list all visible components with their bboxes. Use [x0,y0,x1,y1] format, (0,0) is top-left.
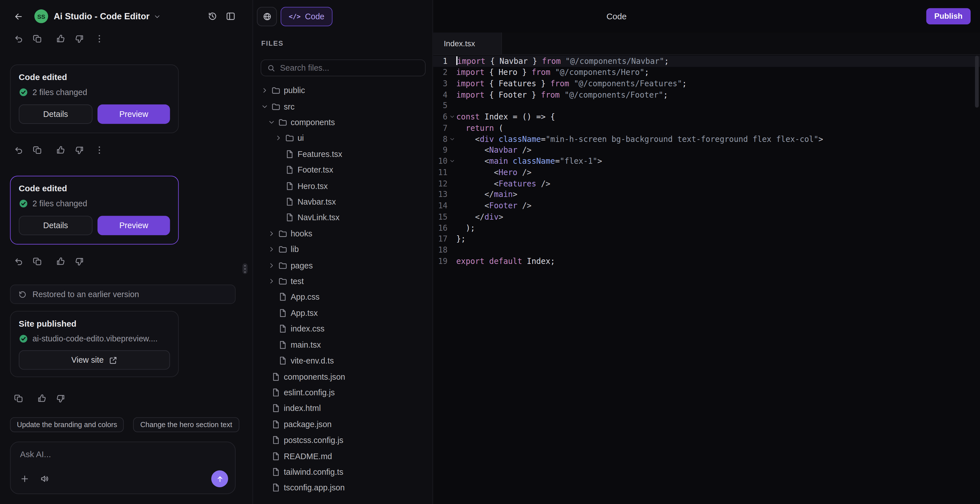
tree-folder-test[interactable]: test [253,273,433,289]
tree-file-NavLink.tsx[interactable]: NavLink.tsx [253,210,433,226]
code-line-6[interactable]: 6const Index = () => { [433,111,980,122]
code-line-12[interactable]: 12 <Features /> [433,178,980,189]
undo-icon[interactable] [14,257,24,266]
code-line-3[interactable]: 3import { Features } from "@/components/… [433,78,980,89]
back-icon[interactable] [14,12,23,21]
chevron-down-icon[interactable] [261,103,271,110]
code-line-1[interactable]: 1import { Navbar } from "@/components/Na… [433,56,980,67]
tree-file-Hero.tsx[interactable]: Hero.tsx [253,178,433,194]
chevron-right-icon[interactable] [268,278,278,285]
code-line-16[interactable]: 16 ); [433,222,980,233]
tree-folder-public[interactable]: public [253,83,433,99]
editor-scrollbar[interactable] [975,56,978,108]
copy-icon[interactable] [14,393,24,403]
tree-folder-lib[interactable]: lib [253,241,433,257]
tree-file-Navbar.tsx[interactable]: Navbar.tsx [253,194,433,210]
thumbs-up-icon[interactable] [56,145,65,155]
thumbs-up-icon[interactable] [56,34,65,44]
tree-file-tsconfig.app.json[interactable]: tsconfig.app.json [253,480,433,496]
suggestion-chip-hero-text[interactable]: Change the hero section text [134,417,239,432]
code-view-button[interactable]: </> Code [281,6,332,26]
publish-button[interactable]: Publish [926,8,970,24]
thumbs-down-icon[interactable] [74,145,84,155]
code-line-15[interactable]: 15 </div> [433,211,980,222]
view-site-button[interactable]: View site [19,350,170,370]
chevron-right-icon[interactable] [275,135,285,142]
tree-folder-hooks[interactable]: hooks [253,226,433,241]
fold-chevron-icon[interactable] [447,114,456,120]
tree-file-package.json[interactable]: package.json [253,416,433,432]
code-line-9[interactable]: 9 <Navbar /> [433,144,980,156]
fold-chevron-icon[interactable] [447,136,456,142]
code-line-19[interactable]: 19export default Index; [433,255,980,266]
code-line-7[interactable]: 7 return ( [433,122,980,133]
suggestion-chip-branding[interactable]: Update the branding and colors [10,417,124,432]
tree-file-Features.tsx[interactable]: Features.tsx [253,146,433,162]
tree-folder-components[interactable]: components [253,114,433,130]
code-line-14[interactable]: 14 <Footer /> [433,200,980,211]
tree-file-vite-env.d.ts[interactable]: vite-env.d.ts [253,353,433,368]
send-button[interactable] [211,470,228,487]
tree-file-README.md[interactable]: README.md [253,448,433,464]
tab-index-tsx[interactable]: Index.tsx [433,33,502,54]
chevron-down-icon[interactable] [268,119,278,126]
kebab-icon[interactable] [94,145,104,155]
tree-file-index.css[interactable]: index.css [253,321,433,337]
tree-file-main.tsx[interactable]: main.tsx [253,337,433,353]
tree-file-App.css[interactable]: App.css [253,289,433,305]
copy-icon[interactable] [33,34,43,44]
file-search[interactable] [261,59,426,77]
published-url[interactable]: ai-studio-code-edito.vibepreview.... [33,334,158,343]
chevron-right-icon[interactable] [268,230,278,237]
globe-button[interactable] [257,6,277,26]
undo-icon[interactable] [14,34,24,44]
preview-button[interactable]: Preview [97,104,170,124]
tree-file-index.html[interactable]: index.html [253,400,433,416]
undo-icon[interactable] [14,145,24,155]
tree-file-App.tsx[interactable]: App.tsx [253,305,433,321]
details-button[interactable]: Details [19,104,92,124]
code-line-13[interactable]: 13 </main> [433,189,980,200]
tree-folder-pages[interactable]: pages [253,257,433,273]
copy-icon[interactable] [33,145,43,155]
tree-file-Footer.tsx[interactable]: Footer.tsx [253,162,433,178]
ask-ai-input[interactable] [20,450,226,465]
tree-file-tailwind.config.ts[interactable]: tailwind.config.ts [253,464,433,480]
kebab-icon[interactable] [94,34,104,44]
preview-button[interactable]: Preview [97,216,170,235]
code-line-8[interactable]: 8 <div className="min-h-screen bg-backgr… [433,133,980,144]
tree-folder-ui[interactable]: ui [253,130,433,146]
thumbs-up-icon[interactable] [37,393,47,403]
code-line-2[interactable]: 2import { Hero } from "@/components/Hero… [433,67,980,78]
chevron-right-icon[interactable] [261,87,271,94]
copy-icon[interactable] [33,257,43,266]
code-line-18[interactable]: 18 [433,244,980,255]
attach-icon[interactable] [20,474,30,483]
tree-folder-src[interactable]: src [253,99,433,114]
code-editor[interactable]: 1import { Navbar } from "@/components/Na… [433,55,980,504]
code-line-11[interactable]: 11 <Hero /> [433,167,980,178]
code-line-4[interactable]: 4import { Footer } from "@/components/Fo… [433,89,980,100]
code-line-17[interactable]: 17}; [433,233,980,244]
thumbs-down-icon[interactable] [74,34,84,44]
voice-icon[interactable] [40,474,49,483]
ai-input-box[interactable] [10,442,235,494]
thumbs-down-icon[interactable] [74,257,84,266]
history-icon[interactable] [208,11,218,21]
tree-file-components.json[interactable]: components.json [253,368,433,384]
code-line-5[interactable]: 5 [433,100,980,111]
project-title[interactable]: Ai Studio - Code Editor [54,11,150,21]
chevron-right-icon[interactable] [268,262,278,269]
chevron-right-icon[interactable] [268,246,278,253]
panel-toggle-icon[interactable] [226,11,235,21]
chevron-down-icon[interactable] [154,13,161,19]
code-line-10[interactable]: 10 <main className="flex-1"> [433,156,980,167]
details-button[interactable]: Details [19,216,92,235]
thumbs-down-icon[interactable] [56,393,65,403]
panel-resize-handle[interactable] [242,263,248,274]
fold-chevron-icon[interactable] [447,158,456,164]
thumbs-up-icon[interactable] [56,257,65,266]
tree-file-eslint.config.js[interactable]: eslint.config.js [253,384,433,400]
search-input[interactable] [280,63,419,73]
tree-file-postcss.config.js[interactable]: postcss.config.js [253,432,433,448]
